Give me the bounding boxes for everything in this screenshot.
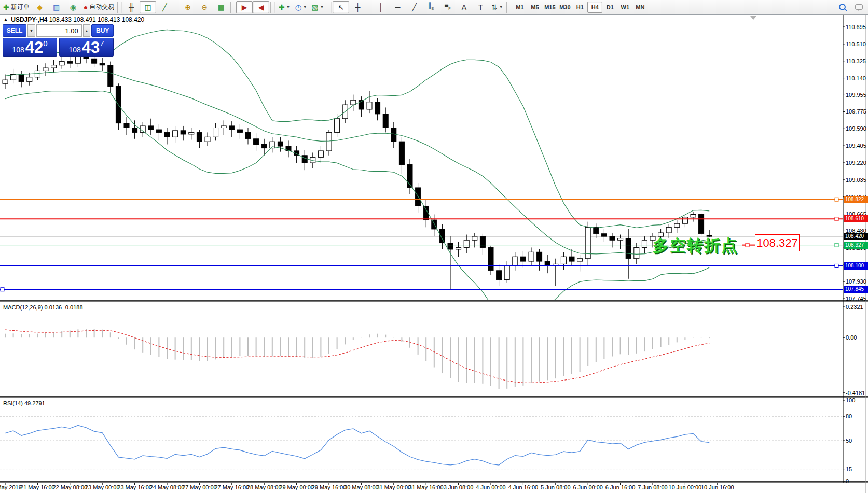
crosshair-button[interactable]: ┼ [349,1,366,13]
text-icon: A [462,4,466,11]
timeframe-w1[interactable]: W1 [617,2,632,13]
text-button[interactable]: A [456,1,472,13]
hline-handle[interactable] [835,217,838,221]
sell-button[interactable]: SELL [3,24,26,37]
template-icon: ▧ [311,4,318,11]
navigator-button[interactable]: ◉ [65,1,81,13]
horizontal-line-icon: ─ [395,4,400,11]
timeframe-d1[interactable]: D1 [602,2,617,13]
rsi-line [5,426,709,466]
rsi-panel-title: RSI(14) 49.2791 [3,400,45,406]
price-axis-label: 110.140 [846,75,866,81]
price-axis-label: 107.745 [846,295,866,302]
channel-button[interactable]: ∥E [422,1,439,13]
chevron-down-icon[interactable]: ▼ [499,5,503,9]
volume-input[interactable] [36,24,82,37]
trendline-button[interactable]: ╱ [406,1,422,13]
hline-handle[interactable] [1,288,4,291]
horizontal-line-button[interactable]: ─ [389,1,406,13]
chart-annotation-text[interactable]: 多空转折点 [653,235,738,257]
toolbar-separator [649,2,653,13]
line-chart-button[interactable]: ╱ [156,1,173,13]
timeframe-m30[interactable]: M30 [557,2,572,13]
rsi-axis-label: 50 [846,438,852,444]
toolbar-separator [174,2,178,13]
hline-handle[interactable] [835,243,838,247]
zoom-in-button[interactable]: ⊕ [180,1,196,13]
volume-increase-button[interactable]: ▲ [83,24,91,37]
clock-icon: ◷ [295,4,301,11]
auto-scroll-button[interactable]: ▶ [236,1,253,13]
vertical-line-button[interactable]: │ [373,1,389,13]
sell-price-pips: 42 [25,39,43,55]
data-window-button[interactable]: ▥ [48,1,65,13]
profiles-button[interactable]: ◆ [32,1,48,13]
candlestick-chart-button[interactable]: ◫ [140,1,156,13]
chart-shift-marker[interactable] [750,16,756,20]
sell-price-figure: 108 [12,44,24,55]
toolbar-separator [230,2,235,13]
label-button[interactable]: T [472,1,489,13]
line-handle[interactable] [746,243,749,247]
zoom-in-icon: ⊕ [185,4,191,11]
chevron-down-icon[interactable]: ▼ [286,5,291,9]
new-order-button[interactable]: ✚新订单 [1,1,32,13]
timeframe-m1[interactable]: M1 [512,2,527,13]
chat-button[interactable] [850,1,867,13]
trendline-icon: ╱ [412,4,416,11]
rsi-axis-label: 15 [846,466,852,472]
chart-shift-icon: ◀ [258,4,264,11]
chart-shift-button[interactable]: ◀ [253,1,269,13]
macd-axis-label: 0.2321 [846,304,863,310]
macd-axis-label: 0.00 [846,334,857,341]
shapes-icon: ⇅ [491,4,498,11]
volume-decrease-button[interactable]: ▼ [27,24,35,37]
price-axis-label: 109.035 [846,177,866,183]
price-axis-label: 107.930 [846,278,866,285]
price-axis-label: 109.590 [846,125,866,132]
bar-chart-button[interactable]: ╫ [123,1,140,13]
price-tag-108.327: 108.327 [844,242,868,249]
timeframe-h1[interactable]: H1 [572,2,587,13]
autotrading-icon: ● [84,4,88,11]
timeframe-mn[interactable]: MN [632,2,647,13]
navigator-icon: ◉ [70,4,76,11]
indicators-button[interactable]: ✚▼ [276,1,293,13]
buy-price-box[interactable]: 108 43 7 [59,38,114,57]
timeframe-m15[interactable]: M15 [542,2,557,13]
periods-button[interactable]: ◷▼ [293,1,309,13]
toolbar-separator [367,2,371,13]
cursor-button[interactable]: ↖ [333,1,349,13]
chevron-down-icon[interactable]: ▼ [320,5,324,9]
data-window-icon: ▥ [53,4,60,11]
rsi-label: RSI(14) [3,400,23,406]
autotrading-button[interactable]: ●自动交易 [81,1,116,13]
hline-handle[interactable] [835,198,838,201]
sell-price-box[interactable]: 108 42 0 [3,38,57,57]
search-button[interactable] [834,1,850,13]
fibonacci-button[interactable]: ≡F [439,1,456,13]
chevron-down-icon[interactable]: ▼ [303,5,307,9]
templates-button[interactable]: ▧▼ [309,1,326,13]
buy-price-point: 7 [100,39,104,47]
toolbar-separator [117,2,122,13]
rsi-axis-label: 100 [846,397,855,403]
collapse-arrow-icon[interactable]: ▲ [4,17,8,22]
price-axis-label: 109.220 [846,160,866,166]
rsi-value: 49.2791 [24,400,45,406]
search-icon [839,4,846,10]
hline-handle[interactable] [835,264,838,267]
shapes-button[interactable]: ⇅▼ [489,1,505,13]
chart-title: ▲ USDJPY-,H4 108.433 108.491 108.413 108… [4,16,144,23]
buy-button[interactable]: BUY [91,24,114,37]
cursor-icon: ↖ [338,4,344,11]
timeframe-h4[interactable]: H4 [587,2,602,13]
tile-windows-button[interactable]: ▦ [213,1,229,13]
new-order-button-label: 新订单 [11,3,30,11]
vertical-line-icon: │ [379,4,383,11]
price-callout-box[interactable]: 108.327 [755,234,800,251]
current-price-tag: 108.420 [844,233,868,240]
timeframe-m5[interactable]: M5 [527,2,542,13]
zoom-out-button[interactable]: ⊖ [196,1,213,13]
tile-windows-icon: ▦ [218,4,225,11]
